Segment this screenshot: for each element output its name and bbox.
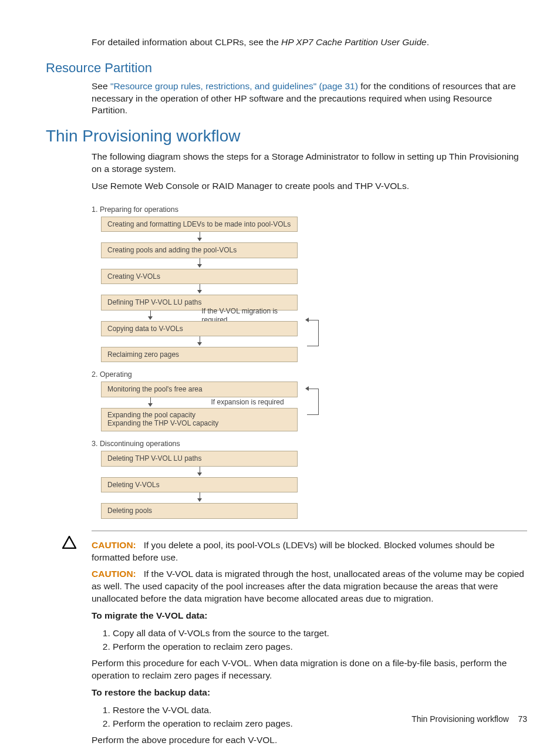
caution-paragraph-1: CAUTION: If you delete a pool, its pool-… xyxy=(92,539,527,564)
workflow-diagram: 1. Preparing for operations Creating and… xyxy=(92,203,326,519)
caution-paragraph-2: CAUTION: If the V-VOL data is migrated t… xyxy=(92,568,527,605)
intro-paragraph: For detailed information about CLPRs, se… xyxy=(92,36,527,49)
diagram-arrow: If expansion is required xyxy=(101,397,298,408)
migrate-steps: Copy all data of V-VOLs from the source … xyxy=(92,627,527,654)
diagram-step: Creating pools and adding the pool-VOLs xyxy=(101,242,298,258)
diagram-section-3-title: 3. Discontinuing operations xyxy=(92,437,326,451)
diagram-side-label: If expansion is required xyxy=(200,398,298,406)
caution-label: CAUTION: xyxy=(92,540,136,550)
diagram-arrow xyxy=(101,467,298,477)
diagram-arrow xyxy=(101,336,298,347)
diagram-arrow: If the V-VOL migration is required xyxy=(101,310,298,321)
list-item: Perform the operation to reclaim zero pa… xyxy=(113,640,527,654)
diagram-arrow xyxy=(101,258,298,269)
diagram-step: Deleting V-VOLs xyxy=(101,477,298,492)
workflow-paragraph-1: The following diagram shows the steps fo… xyxy=(92,151,527,175)
restore-heading: To restore the backup data: xyxy=(92,687,527,699)
caution-label: CAUTION: xyxy=(92,569,136,579)
diagram-section-3: Deleting THP V-VOL LU paths Deleting V-V… xyxy=(92,451,326,518)
diagram-step: Deleting pools xyxy=(101,503,298,518)
migrate-heading: To migrate the V-VOL data: xyxy=(92,610,527,622)
restore-after: Perform the above procedure for each V-V… xyxy=(92,734,527,746)
diagram-step: Creating and formatting LDEVs to be made… xyxy=(101,217,298,232)
link-resource-rules[interactable]: "Resource group rules, restrictions, and… xyxy=(110,81,358,91)
diagram-section-2: Monitoring the pool's free area If expan… xyxy=(92,382,326,431)
diagram-arrow xyxy=(101,492,298,503)
diagram-section-1: Creating and formatting LDEVs to be made… xyxy=(92,217,326,362)
diagram-step: Copying data to V-VOLs xyxy=(101,321,298,336)
diagram-arrow xyxy=(101,284,298,295)
heading-thin-provisioning: Thin Provisioning workflow xyxy=(46,125,527,147)
resource-paragraph: See "Resource group rules, restrictions,… xyxy=(92,80,527,117)
doc-reference: HP XP7 Cache Partition User Guide xyxy=(281,37,427,47)
list-item: Copy all data of V-VOLs from the source … xyxy=(113,627,527,640)
diagram-step: Creating V-VOLs xyxy=(101,269,298,284)
page-footer: Thin Provisioning workflow 73 xyxy=(411,714,527,725)
heading-resource-partition: Resource Partition xyxy=(46,59,527,77)
diagram-step: Deleting THP V-VOL LU paths xyxy=(101,451,298,466)
diagram-section-1-title: 1. Preparing for operations xyxy=(92,203,326,217)
diagram-arrow xyxy=(101,232,298,242)
diagram-step: Monitoring the pool's free area xyxy=(101,382,298,397)
diagram-section-2-title: 2. Operating xyxy=(92,368,326,382)
caution-icon xyxy=(62,536,76,549)
diagram-step: Expanding the pool capacityExpanding the… xyxy=(101,408,298,432)
diagram-step: Reclaiming zero pages xyxy=(101,347,298,362)
workflow-paragraph-2: Use Remote Web Console or RAID Manager t… xyxy=(92,180,527,193)
migrate-after: Perform this procedure for each V-VOL. W… xyxy=(92,657,527,682)
